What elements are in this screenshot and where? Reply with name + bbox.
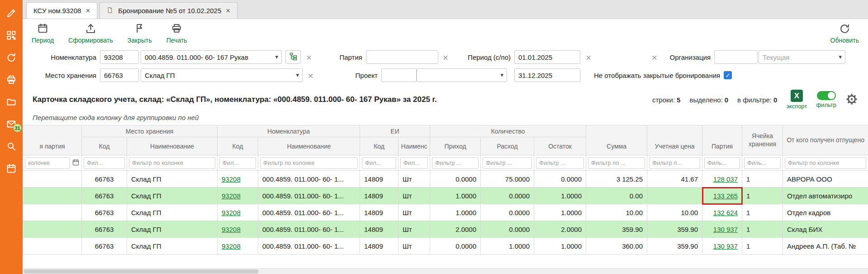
col-header-storage-name[interactable]: Наименование	[127, 137, 218, 155]
col-header-summa[interactable]: Сумма	[586, 125, 647, 155]
group-header-ei[interactable]: ЕИ	[360, 125, 430, 137]
col-header-nom-name[interactable]: Наименование	[258, 137, 360, 155]
party-link[interactable]: 133 265	[713, 192, 738, 200]
close-icon[interactable]	[226, 7, 230, 14]
sidebar-item-sync[interactable]	[5, 52, 18, 64]
period-button[interactable]: Период	[32, 23, 54, 44]
filter-input[interactable]	[785, 157, 866, 169]
party-link[interactable]: 130 937	[713, 242, 738, 250]
table-row[interactable]: 66763 Склад ГП 93208 000.4859. 011.000- …	[23, 221, 868, 238]
filter-input[interactable]	[400, 157, 428, 169]
col-header-nom-code[interactable]: Код	[218, 137, 258, 155]
col-header-ei-code[interactable]: Код	[360, 137, 398, 155]
table-row[interactable]: 66763 Склад ГП 93208 000.4859. 011.000- …	[23, 238, 868, 255]
clear-storage-icon[interactable]	[307, 71, 314, 80]
highlighted-party-cell[interactable]: 133 265	[702, 187, 742, 204]
filter-input[interactable]	[84, 157, 125, 169]
col-header-storage-code[interactable]: Код	[82, 137, 127, 155]
main-area: КСУ ном.93208 Бронирование №5 от 10.02.2…	[23, 0, 868, 274]
filter-input[interactable]	[362, 157, 396, 169]
col-header-rashod[interactable]: Расход	[481, 137, 534, 155]
party-link[interactable]: 132 624	[713, 209, 738, 216]
period-from-input[interactable]	[514, 50, 580, 64]
col-header-party[interactable]: Партия	[702, 125, 742, 155]
filter-input[interactable]	[649, 157, 700, 169]
export-label: экспорт	[786, 103, 807, 110]
hide-closed-label: Не отображать закрытые бронирования	[594, 72, 720, 79]
table-row[interactable]: 66763 Склад ГП 93208 000.4859. 011.000- …	[23, 204, 868, 221]
party-label: Партия	[326, 53, 362, 61]
clear-nomenclature-icon[interactable]	[305, 53, 313, 62]
filter-input[interactable]	[260, 157, 358, 169]
filter-input[interactable]	[432, 157, 479, 169]
sidebar-item-print[interactable]	[5, 74, 18, 87]
sidebar-item-search[interactable]	[5, 140, 18, 153]
tab-ksu[interactable]: КСУ ном.93208	[26, 2, 97, 19]
col-header-ei-name[interactable]: Наименс	[398, 137, 430, 155]
settings-button[interactable]	[845, 93, 858, 107]
nomenclature-link[interactable]: 93208	[222, 242, 241, 250]
col-header-ostatok[interactable]: Остаток	[534, 137, 586, 155]
col-header-from[interactable]: От кого получен отпущено	[783, 125, 868, 155]
clear-party-icon[interactable]	[442, 53, 449, 62]
col-header-party-partial[interactable]: я партия	[23, 125, 82, 155]
nomenclature-link[interactable]: 93208	[222, 226, 241, 233]
generate-button[interactable]: Сформировать	[68, 23, 113, 44]
col-header-price[interactable]: Учетная цена	[647, 125, 702, 155]
filter-input[interactable]	[704, 157, 740, 169]
sidebar-item-edit[interactable]	[5, 7, 18, 20]
clear-period-icon[interactable]	[585, 53, 592, 62]
storage-code-input[interactable]	[100, 68, 139, 82]
party-input[interactable]	[366, 50, 438, 64]
filter-input[interactable]	[219, 157, 256, 169]
sidebar-item-mail[interactable]: 31	[5, 118, 18, 131]
group-header-quantity[interactable]: Количество	[430, 125, 586, 137]
col-header-prihod[interactable]: Приход	[430, 137, 481, 155]
nomenclature-code-input[interactable]	[100, 50, 139, 64]
project-code-input[interactable]	[381, 68, 417, 82]
sidebar-item-modules[interactable]	[5, 29, 18, 42]
print-button[interactable]: Печать	[166, 23, 187, 44]
nomenclature-link[interactable]: 93208	[222, 209, 241, 216]
filter-input[interactable]	[744, 157, 781, 169]
refresh-icon	[6, 52, 17, 64]
clear-extra-icon[interactable]	[651, 53, 658, 62]
close-card-button[interactable]: Закрыть	[128, 23, 152, 44]
sidebar-item-calendar[interactable]	[5, 163, 18, 175]
horizontal-scrollbar[interactable]	[23, 268, 868, 274]
sidebar-item-files[interactable]	[5, 96, 18, 109]
filter-input[interactable]	[483, 157, 532, 169]
printer-icon	[171, 23, 182, 35]
hide-closed-checkbox[interactable]	[724, 71, 732, 79]
refresh-button[interactable]: Обновить	[830, 23, 859, 44]
col-header-cell[interactable]: Ячейка хранения	[742, 125, 783, 155]
nomenclature-select[interactable]: 000.4859. 011.000- 60- 167 Рукав	[141, 50, 282, 64]
scrollbar-thumb[interactable]	[24, 269, 259, 274]
filter-input[interactable]	[536, 157, 584, 169]
nomenclature-tree-button[interactable]	[285, 50, 301, 64]
table-row[interactable]: 66763 Склад ГП 93208 000.4859. 011.000- …	[23, 171, 868, 187]
party-link[interactable]: 130 937	[713, 226, 738, 233]
storage-select[interactable]: Склад ГП	[141, 68, 303, 82]
filter-row-1: Номенклатура 000.4859. 011.000- 60- 167 …	[23, 48, 868, 66]
group-header-nomenclature[interactable]: Номенклатура	[218, 125, 360, 137]
export-button[interactable]: экспорт	[786, 90, 807, 110]
table-row[interactable]: 66763 Склад ГП 93208 000.4859. 011.000- …	[23, 187, 868, 204]
project-select[interactable]	[417, 68, 507, 82]
close-icon[interactable]	[85, 7, 90, 14]
filter-toggle[interactable]: фильтр	[816, 91, 836, 108]
party-link[interactable]: 128 037	[713, 175, 738, 183]
organization-select[interactable]: Текущая	[759, 50, 845, 64]
period-to-input[interactable]	[514, 68, 580, 82]
stock-card-table: я партия Место хранения Номенклатура ЕИ …	[23, 125, 868, 255]
nomenclature-link[interactable]: 93208	[222, 175, 241, 183]
nomenclature-link[interactable]: 93208	[222, 192, 241, 200]
filter-input[interactable]	[588, 157, 645, 169]
filter-input[interactable]	[129, 157, 215, 169]
tab-booking[interactable]: Бронирование №5 от 10.02.2025	[100, 2, 237, 19]
filter-input-party-date[interactable]	[25, 157, 70, 169]
organization-code-input[interactable]	[714, 50, 758, 64]
calendar-icon[interactable]	[72, 159, 80, 168]
project-label: Проект	[342, 72, 378, 79]
group-header-storage[interactable]: Место хранения	[82, 125, 218, 137]
